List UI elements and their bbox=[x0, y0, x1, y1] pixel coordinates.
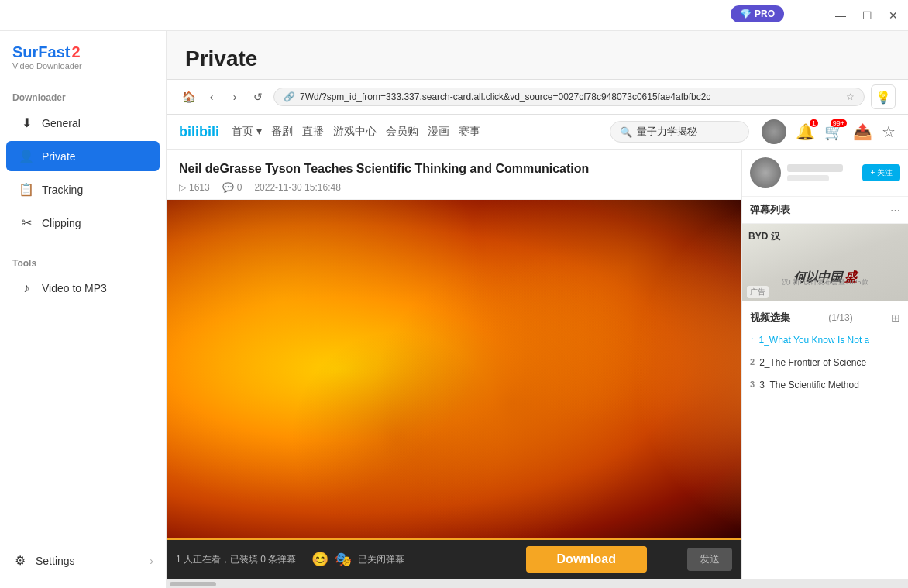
browser-nav-controls: 🏠 ‹ › ↺ bbox=[179, 88, 267, 106]
notification-badge: 1 bbox=[810, 119, 818, 127]
video-player[interactable] bbox=[167, 200, 741, 538]
bili-notify-btn[interactable]: 🔔 1 bbox=[796, 122, 815, 141]
video-bottom-bar: 1 人正在看，已装填 0 条弹幕 😊 🎭 已关闭弹幕 Download 发送 bbox=[167, 538, 741, 579]
window-controls: — ☐ ✕ bbox=[834, 9, 900, 22]
playlist-num-3: 3 bbox=[750, 380, 755, 389]
video-date: 2022-11-30 15:16:48 bbox=[254, 182, 340, 193]
url-icon: 🔗 bbox=[284, 91, 295, 102]
sidebar-item-video-to-mp3[interactable]: ♪ Video to MP3 bbox=[6, 273, 160, 303]
subscribe-button[interactable]: + 关注 bbox=[862, 164, 900, 181]
comment-count-value: 0 bbox=[237, 182, 242, 193]
playlist-section: 视频选集 (1/13) ⊞ ↑ 1_What You Know Is Not a… bbox=[742, 301, 908, 579]
tools-section-label: Tools bbox=[0, 252, 166, 272]
playlist-count: (1/13) bbox=[828, 312, 852, 323]
emoji-btn-2[interactable]: 🎭 bbox=[335, 551, 352, 568]
app-body: SurFast 2 Video Downloader Downloader ⬇ … bbox=[0, 31, 908, 588]
playlist-item-1[interactable]: ↑ 1_What You Know Is Not a bbox=[742, 329, 908, 352]
send-button[interactable]: 发送 bbox=[687, 548, 732, 571]
sidebar-item-tracking-label: Tracking bbox=[42, 184, 83, 196]
tools-section: Tools ♪ Video to MP3 bbox=[0, 252, 166, 304]
playlist-item-3[interactable]: 3 3_The Scientific Method bbox=[742, 374, 908, 397]
sidebar-item-clipping[interactable]: ✂ Clipping bbox=[6, 208, 160, 238]
sidebar-item-clipping-label: Clipping bbox=[42, 217, 81, 229]
back-button[interactable]: ‹ bbox=[202, 88, 221, 106]
sun-glow-overlay bbox=[633, 200, 741, 538]
sidebar-bottom: ⚙ Settings › bbox=[0, 545, 166, 576]
bili-menu-manga[interactable]: 漫画 bbox=[428, 125, 449, 139]
ad-sub-text: 汉L新L设计发布会暨2025款 bbox=[748, 277, 902, 287]
address-bar[interactable]: 🔗 7Wd/?spm_id_from=333.337.search-card.a… bbox=[273, 88, 865, 106]
logo-title: SurFast bbox=[12, 43, 70, 61]
ad-tag: 广告 bbox=[747, 286, 769, 298]
video-area: Neil deGrasse Tyson Teaches Scientific T… bbox=[167, 150, 908, 579]
sidebar-item-settings[interactable]: ⚙ Settings › bbox=[0, 545, 166, 576]
bili-menu-esports[interactable]: 赛事 bbox=[459, 125, 480, 139]
maximize-button[interactable]: ☐ bbox=[860, 9, 874, 22]
sub-btn-label: + 关注 bbox=[870, 167, 893, 178]
search-icon: 🔍 bbox=[620, 126, 632, 138]
cart-badge: 99+ bbox=[831, 119, 847, 127]
danmaku-label: 弹幕列表 bbox=[750, 203, 790, 217]
bilibili-right-controls: 🔔 1 🛒 99+ 📤 ☆ bbox=[762, 119, 896, 144]
bili-menu-live[interactable]: 直播 bbox=[302, 125, 324, 139]
bili-menu-vip[interactable]: 会员购 bbox=[386, 125, 418, 139]
logo: SurFast 2 bbox=[12, 43, 153, 61]
page-title: Private bbox=[185, 46, 889, 71]
bili-menu-game[interactable]: 游戏中心 bbox=[333, 125, 377, 139]
ad-banner[interactable]: BYD 汉 何以中国 盛 汉L新L设计发布会暨2025款 广告 bbox=[742, 224, 908, 301]
vs-user-info bbox=[787, 164, 856, 181]
close-button[interactable]: ✕ bbox=[886, 9, 900, 22]
bilibili-logo: bilibili bbox=[179, 124, 219, 140]
emoji-btn-1[interactable]: 😊 bbox=[311, 551, 328, 568]
playlist-item-2[interactable]: 2 2_The Frontier of Science bbox=[742, 352, 908, 374]
main-content: Private 🏠 ‹ › ↺ 🔗 7Wd/?spm_id_from=333.3… bbox=[167, 31, 908, 588]
download-button[interactable]: Download bbox=[526, 546, 647, 573]
bookmark-icon[interactable]: ☆ bbox=[846, 91, 855, 102]
refresh-button[interactable]: ↺ bbox=[249, 88, 267, 106]
sidebar-item-private[interactable]: 👤 Private bbox=[6, 141, 160, 171]
logo-sub: Video Downloader bbox=[12, 61, 153, 70]
diamond-icon: 💎 bbox=[740, 9, 752, 19]
clipping-icon: ✂ bbox=[19, 215, 34, 230]
sidebar-item-tracking[interactable]: 📋 Tracking bbox=[6, 174, 160, 205]
vs-username bbox=[787, 164, 843, 172]
scrollbar-thumb[interactable] bbox=[170, 582, 216, 586]
video-title: Neil deGrasse Tyson Teaches Scientific T… bbox=[179, 160, 729, 177]
forward-button[interactable]: › bbox=[225, 88, 244, 106]
minimize-button[interactable]: — bbox=[834, 9, 848, 22]
vs-user-area: + 关注 bbox=[742, 150, 908, 197]
danmaku-section: 弹幕列表 ⋯ bbox=[742, 197, 908, 224]
playlist-item-title-1: 1_What You Know Is Not a bbox=[759, 334, 870, 347]
bili-avatar[interactable] bbox=[762, 119, 786, 144]
bilibili-menu: 首页 ▾ 番剧 直播 游戏中心 会员购 漫画 赛事 bbox=[232, 125, 480, 139]
bili-menu-home[interactable]: 首页 ▾ bbox=[232, 125, 262, 139]
sidebar-item-private-label: Private bbox=[42, 150, 76, 163]
play-count: ▷ 1613 bbox=[179, 182, 210, 193]
viewer-count: 1 人正在看，已装填 0 条弹幕 bbox=[176, 553, 296, 566]
pro-badge: 💎 PRO bbox=[731, 5, 784, 22]
bili-menu-drama[interactable]: 番剧 bbox=[271, 125, 293, 139]
danmaku-more-btn[interactable]: ⋯ bbox=[890, 205, 900, 216]
page-header: Private bbox=[167, 31, 908, 79]
home-button[interactable]: 🏠 bbox=[179, 88, 198, 106]
bili-cart-btn[interactable]: 🛒 99+ bbox=[824, 122, 844, 141]
bili-fav-btn[interactable]: ☆ bbox=[882, 122, 896, 141]
playlist-label: 视频选集 bbox=[750, 311, 790, 325]
playlist-item-title-2: 2_The Frontier of Science bbox=[759, 356, 866, 370]
sidebar-item-general[interactable]: ⬇ General bbox=[6, 108, 160, 138]
playlist-grid-btn[interactable]: ⊞ bbox=[891, 311, 900, 324]
video-info: Neil deGrasse Tyson Teaches Scientific T… bbox=[167, 150, 741, 200]
bili-search-text: 量子力学揭秘 bbox=[637, 125, 697, 139]
video-thumbnail bbox=[167, 200, 741, 538]
ad-logo: BYD 汉 bbox=[748, 230, 780, 243]
browser-bar: 🏠 ‹ › ↺ 🔗 7Wd/?spm_id_from=333.337.searc… bbox=[167, 79, 908, 115]
downloader-section-label: Downloader bbox=[0, 86, 166, 106]
theme-toggle-button[interactable]: 💡 bbox=[871, 84, 896, 109]
bilibili-search-bar[interactable]: 🔍 量子力学揭秘 bbox=[610, 121, 749, 143]
sidebar-item-general-label: General bbox=[42, 117, 81, 129]
danmaku-toggle[interactable]: 已关闭弹幕 bbox=[358, 553, 404, 566]
horizontal-scrollbar[interactable] bbox=[167, 579, 908, 588]
tracking-icon: 📋 bbox=[19, 182, 34, 197]
bili-publish-btn[interactable]: 📤 bbox=[853, 122, 872, 141]
music-icon: ♪ bbox=[19, 281, 34, 295]
